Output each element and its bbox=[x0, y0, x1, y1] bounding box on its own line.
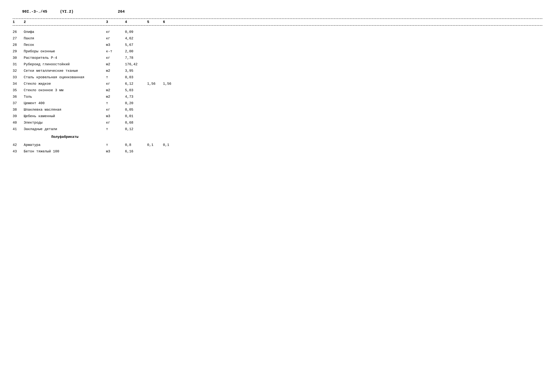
row-qty: 0,8 bbox=[125, 143, 147, 148]
table-row: 28 Песок м3 5,67 bbox=[13, 42, 542, 48]
row-num: 38 bbox=[13, 107, 24, 112]
row-name: Закладные детали bbox=[24, 127, 106, 132]
row-num: 39 bbox=[13, 114, 24, 119]
row-unit: т bbox=[106, 127, 125, 132]
row-col6 bbox=[163, 120, 179, 125]
row-num: 30 bbox=[13, 55, 24, 61]
row-qty: 0,68 bbox=[125, 120, 147, 125]
row-col5: 1,56 bbox=[147, 81, 163, 86]
row-name: Толь bbox=[24, 94, 106, 100]
row-unit: кг bbox=[106, 29, 125, 35]
row-name: Сетки металлические тканые bbox=[24, 68, 106, 73]
row-col6 bbox=[163, 36, 179, 41]
row-qty: 4,62 bbox=[125, 36, 147, 41]
row-name: Сталь кровельная оцинкованная bbox=[24, 75, 106, 80]
row-col6 bbox=[163, 94, 179, 100]
row-name: Приборы оконные bbox=[24, 49, 106, 54]
row-unit: т bbox=[106, 75, 125, 80]
table-row: 34 Стекло жидкое кг 6,12 1,56 1,56 bbox=[13, 81, 542, 87]
row-col6 bbox=[163, 62, 179, 67]
row-num: 29 bbox=[13, 49, 24, 54]
row-col5: 0,1 bbox=[147, 143, 163, 148]
table-row: 33 Сталь кровельная оцинкованная т 0,03 bbox=[13, 74, 542, 81]
table-row: 35 Стекло оконное 3 мм м2 5,03 bbox=[13, 87, 542, 93]
table-body: 26 Олифа кг 0,09 27 Пакля кг 4,62 28 Пес… bbox=[13, 29, 542, 132]
page-header: 90I.-3-./45 (YI.2) 264 bbox=[22, 9, 542, 14]
document-code: 90I.-3-./45 bbox=[22, 9, 47, 14]
row-col5 bbox=[147, 94, 163, 100]
row-qty: 5,67 bbox=[125, 42, 147, 48]
row-col5 bbox=[147, 75, 163, 80]
row-name: Олифа bbox=[24, 29, 106, 35]
row-col6 bbox=[163, 114, 179, 119]
row-unit: кг bbox=[106, 107, 125, 112]
row-num: 36 bbox=[13, 94, 24, 100]
row-qty: 0,01 bbox=[125, 114, 147, 119]
row-name: Песок bbox=[24, 42, 106, 48]
row-unit: м2 bbox=[106, 68, 125, 73]
row-name: Рубероид глиноостойкий bbox=[24, 62, 106, 67]
table-row: 37 Цемент 400 т 0,20 bbox=[13, 100, 542, 107]
table-row: 43 Бетон тяжелый 100 м3 6,16 bbox=[13, 148, 542, 155]
row-num: 34 bbox=[13, 81, 24, 86]
row-col6 bbox=[163, 127, 179, 132]
row-num: 40 bbox=[13, 120, 24, 125]
bottom-divider bbox=[13, 25, 542, 26]
row-num: 28 bbox=[13, 42, 24, 48]
row-num: 26 bbox=[13, 29, 24, 35]
row-name: Стекло оконное 3 мм bbox=[24, 88, 106, 93]
row-qty: 4,73 bbox=[125, 94, 147, 100]
row-unit: кг bbox=[106, 36, 125, 41]
row-qty: 0,09 bbox=[125, 29, 147, 35]
row-qty: 6,12 bbox=[125, 81, 147, 86]
table-row: 40 Электроды кг 0,68 bbox=[13, 120, 542, 126]
col-header-3: 3 bbox=[106, 20, 125, 24]
row-col5 bbox=[147, 114, 163, 119]
row-col6 bbox=[163, 101, 179, 106]
table-row: 41 Закладные детали т 0,12 bbox=[13, 126, 542, 132]
row-col5 bbox=[147, 107, 163, 112]
row-name: Цемент 400 bbox=[24, 101, 106, 106]
table-row: 30 Растворитель Р-4 кг 7,78 bbox=[13, 55, 542, 61]
section-semifab-label: Полуфабрикаты bbox=[24, 135, 106, 139]
row-name: Бетон тяжелый 100 bbox=[24, 149, 106, 154]
row-name: Арматура bbox=[24, 143, 106, 148]
row-unit: к-т bbox=[106, 49, 125, 54]
row-name: Щебень каменный bbox=[24, 114, 106, 119]
row-col6 bbox=[163, 88, 179, 93]
row-unit: м3 bbox=[106, 42, 125, 48]
table-row: 38 Шпаклевка масляная кг 0,05 bbox=[13, 107, 542, 113]
row-num: 43 bbox=[13, 149, 24, 154]
row-num: 42 bbox=[13, 143, 24, 148]
table-row: 26 Олифа кг 0,09 bbox=[13, 29, 542, 35]
row-unit: т bbox=[106, 101, 125, 106]
row-col5 bbox=[147, 29, 163, 35]
document-section: (YI.2) bbox=[60, 9, 73, 14]
row-col5 bbox=[147, 127, 163, 132]
row-num: 27 bbox=[13, 36, 24, 41]
row-qty: 2,00 bbox=[125, 49, 147, 54]
row-col6 bbox=[163, 75, 179, 80]
row-unit: м3 bbox=[106, 149, 125, 154]
table-row: 27 Пакля кг 4,62 bbox=[13, 35, 542, 42]
row-name: Электроды bbox=[24, 120, 106, 125]
row-num: 33 bbox=[13, 75, 24, 80]
row-col6 bbox=[163, 49, 179, 54]
row-col6: 0,1 bbox=[163, 143, 179, 148]
table-row: 36 Толь м2 4,73 bbox=[13, 93, 542, 100]
table-row: 39 Щебень каменный м3 0,01 bbox=[13, 113, 542, 120]
row-col6 bbox=[163, 29, 179, 35]
row-num: 37 bbox=[13, 101, 24, 106]
row-col6 bbox=[163, 107, 179, 112]
row-col5 bbox=[147, 88, 163, 93]
row-num: 32 bbox=[13, 68, 24, 73]
row-col5 bbox=[147, 55, 163, 61]
col-header-4: 4 bbox=[125, 20, 147, 24]
table-column-headers: 1 2 3 4 5 6 bbox=[13, 19, 542, 25]
row-qty: 3,95 bbox=[125, 68, 147, 73]
row-num: 41 bbox=[13, 127, 24, 132]
row-col5 bbox=[147, 120, 163, 125]
row-qty: 176,42 bbox=[125, 62, 147, 67]
row-unit: кг bbox=[106, 55, 125, 61]
row-qty: 0,12 bbox=[125, 127, 147, 132]
